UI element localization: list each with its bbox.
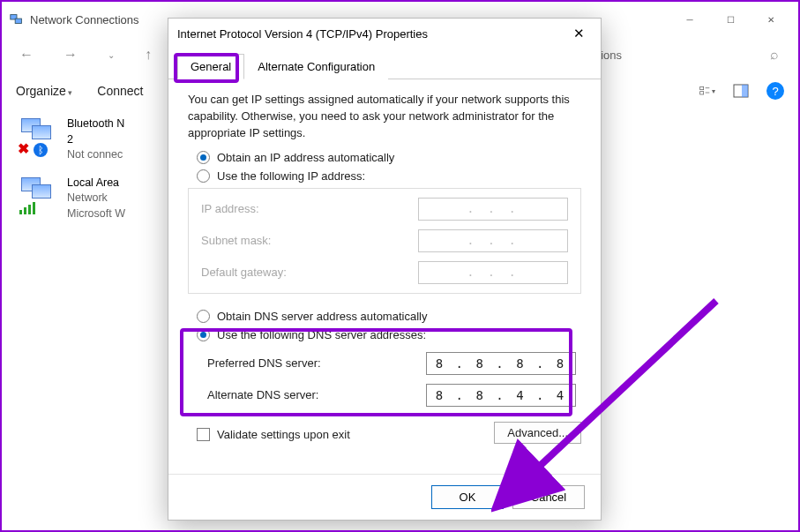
- conn-line2: 2: [67, 132, 124, 148]
- search-icon: ⌕: [770, 47, 779, 63]
- ethernet-adapter-icon: [19, 176, 58, 214]
- ip-fields-group: IP address: . . . Subnet mask: . . . Def…: [188, 188, 581, 294]
- alternate-dns-input[interactable]: 8 . 8 . 4 . 4: [426, 384, 576, 407]
- radio-icon: [197, 328, 210, 341]
- explorer-title: Network Connections: [30, 13, 139, 26]
- radio-label: Obtain an IP address automatically: [217, 151, 394, 164]
- radio-dns-manual[interactable]: Use the following DNS server addresses:: [197, 328, 581, 341]
- forward-button[interactable]: →: [56, 43, 85, 66]
- advanced-button[interactable]: Advanced...: [494, 422, 581, 444]
- preview-pane-icon[interactable]: [733, 83, 749, 99]
- alternate-dns-label: Alternate DNS server:: [207, 388, 426, 401]
- preferred-dns-label: Preferred DNS server:: [207, 356, 426, 370]
- dialog-title: Internet Protocol Version 4 (TCP/IPv4) P…: [177, 27, 428, 41]
- conn-line2: Network: [67, 191, 125, 206]
- conn-name: Local Area: [67, 176, 125, 191]
- tab-general[interactable]: General: [177, 54, 244, 79]
- close-dialog-button[interactable]: ✕: [566, 22, 592, 45]
- preferred-dns-input[interactable]: 8 . 8 . 8 . 8: [426, 352, 576, 375]
- conn-status: Microsoft W: [67, 206, 125, 222]
- conn-status: Not connec: [67, 147, 124, 163]
- search-box[interactable]: ⌕: [647, 47, 788, 63]
- default-gateway-label: Default gateway:: [201, 266, 418, 279]
- maximize-button[interactable]: ☐: [710, 5, 751, 34]
- svg-rect-2: [700, 86, 704, 89]
- ip-address-label: IP address:: [201, 202, 418, 215]
- checkbox-icon: [197, 428, 210, 441]
- subnet-mask-input: . . .: [418, 229, 568, 252]
- bluetooth-adapter-icon: ✖ᛒ: [19, 116, 58, 155]
- dns-fields-group: Preferred DNS server: 8 . 8 . 8 . 8 Alte…: [188, 347, 581, 412]
- ipv4-properties-dialog: Internet Protocol Version 4 (TCP/IPv4) P…: [168, 18, 602, 521]
- svg-rect-1: [15, 19, 21, 23]
- tabs: General Alternate Configuration: [168, 49, 601, 79]
- radio-label: Use the following IP address:: [217, 169, 365, 183]
- checkbox-label: Validate settings upon exit: [217, 428, 350, 441]
- radio-label: Use the following DNS server addresses:: [217, 328, 426, 341]
- intro-text: You can get IP settings assigned automat…: [188, 92, 581, 142]
- subnet-mask-label: Subnet mask:: [201, 234, 418, 247]
- radio-ip-auto[interactable]: Obtain an IP address automatically: [197, 151, 581, 164]
- tab-alternate-config[interactable]: Alternate Configuration: [244, 54, 388, 79]
- close-window-button[interactable]: ✕: [751, 5, 791, 34]
- dialog-footer: OK Cancel: [168, 474, 601, 520]
- dialog-body: You can get IP settings assigned automat…: [168, 79, 601, 474]
- organize-menu[interactable]: Organize: [16, 84, 72, 98]
- back-button[interactable]: ←: [12, 43, 41, 66]
- dialog-titlebar: Internet Protocol Version 4 (TCP/IPv4) P…: [168, 19, 601, 49]
- svg-rect-3: [700, 92, 704, 94]
- history-dropdown[interactable]: ⌄: [101, 47, 122, 64]
- default-gateway-input: . . .: [418, 261, 568, 284]
- radio-icon: [197, 310, 210, 323]
- connect-button[interactable]: Connect: [97, 84, 143, 98]
- radio-ip-manual[interactable]: Use the following IP address:: [197, 169, 581, 183]
- svg-rect-7: [742, 85, 748, 97]
- view-options-icon[interactable]: ▾: [699, 83, 715, 99]
- radio-label: Obtain DNS server address automatically: [217, 310, 427, 323]
- radio-dns-auto[interactable]: Obtain DNS server address automatically: [197, 310, 581, 323]
- network-connections-icon: [9, 11, 25, 27]
- minimize-button[interactable]: ─: [669, 5, 710, 34]
- radio-icon: [197, 169, 210, 183]
- help-icon[interactable]: ?: [766, 82, 784, 100]
- radio-icon: [197, 151, 210, 164]
- up-button[interactable]: ↑: [138, 43, 159, 66]
- ok-button[interactable]: OK: [431, 485, 504, 509]
- cancel-button[interactable]: Cancel: [512, 485, 585, 509]
- conn-name: Bluetooth N: [67, 116, 124, 132]
- ip-address-input: . . .: [418, 198, 568, 221]
